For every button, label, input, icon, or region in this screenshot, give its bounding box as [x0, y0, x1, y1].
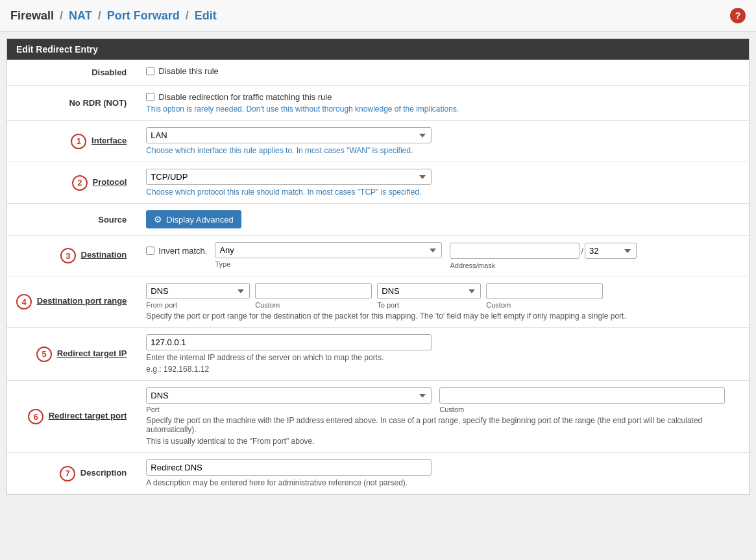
- step-badge-6: 6: [28, 409, 43, 424]
- from-port-label: From port: [146, 301, 250, 309]
- breadcrumb-sep3: /: [186, 9, 189, 22]
- no-rdr-info: This option is rarely needed. Don't use …: [146, 104, 740, 114]
- no-rdr-label: No RDR (NOT): [7, 86, 137, 121]
- destination-type-select[interactable]: Any Single host or alias Network LAN sub…: [215, 242, 442, 258]
- from-custom-col: Custom: [255, 283, 372, 309]
- no-rdr-checkbox-label: Disable redirection for traffic matching…: [158, 92, 332, 102]
- redirect-port-label: Port: [146, 406, 432, 413]
- interface-select[interactable]: LAN WAN OPT1: [146, 127, 432, 143]
- invert-check: Invert match.: [146, 246, 207, 256]
- redirect-port-select[interactable]: DNS HTTP HTTPS Custom: [146, 387, 432, 404]
- redirect-ip-example: e.g.: 192.168.1.12: [146, 365, 740, 374]
- interface-info: Choose which interface this rule applies…: [146, 146, 740, 155]
- slash-separator: /: [579, 242, 585, 260]
- protocol-content: TCP/UDP TCP UDP ICMP Any Choose which pr…: [137, 162, 749, 204]
- destination-content: Invert match. Any Single host or alias N…: [137, 236, 749, 276]
- redirect-port-select-col: DNS HTTP HTTPS Custom Port: [146, 387, 432, 413]
- breadcrumb-portforward-link[interactable]: Port Forward: [107, 9, 180, 22]
- gear-icon: ⚙: [154, 214, 162, 225]
- breadcrumb-bar: Firewall / NAT / Port Forward / Edit ?: [0, 0, 756, 32]
- help-icon[interactable]: ?: [730, 8, 746, 23]
- redirect-ip-info: Enter the internal IP address of the ser…: [146, 353, 740, 362]
- interface-content: LAN WAN OPT1 Choose which interface this…: [137, 121, 749, 162]
- no-rdr-checkbox[interactable]: [146, 93, 154, 101]
- description-content: A description may be entered here for ad…: [137, 453, 749, 494]
- source-row: Source ⚙ Display Advanced: [7, 204, 749, 236]
- breadcrumb-sep1: /: [60, 9, 63, 22]
- redirect-target-ip-input[interactable]: [146, 334, 432, 350]
- from-custom-label: Custom: [255, 301, 372, 309]
- redirect-target-ip-label: Redirect target IP: [57, 348, 127, 358]
- protocol-label-cell: 2 Protocol: [7, 162, 137, 204]
- breadcrumb-edit-link[interactable]: Edit: [195, 9, 217, 22]
- dest-port-range-label: Destination port range: [37, 296, 127, 306]
- breadcrumb-sep2: /: [98, 9, 101, 22]
- redirect-target-ip-content: Enter the internal IP address of the ser…: [137, 328, 749, 381]
- destination-row: 3 Destination Invert match. Any Single h…: [7, 236, 749, 276]
- destination-address-col: / 32 24 16 Address/mask: [450, 242, 637, 269]
- no-rdr-checkbox-row: Disable redirection for traffic matching…: [146, 92, 740, 102]
- interface-label-cell: 1 Interface: [7, 121, 137, 162]
- form-table: Disabled Disable this rule No RDR (NOT) …: [7, 60, 749, 494]
- redirect-target-port-content: DNS HTTP HTTPS Custom Port Custom Specif…: [137, 381, 749, 453]
- disabled-row: Disabled Disable this rule: [7, 60, 749, 86]
- edit-redirect-panel: Edit Redirect Entry Disabled Disable thi…: [6, 38, 750, 495]
- disabled-checkbox-row: Disable this rule: [146, 66, 740, 76]
- to-custom-col: Custom: [486, 283, 603, 309]
- port-range-inner-row: DNS HTTP HTTPS Custom From port Custom: [146, 283, 740, 309]
- display-advanced-label: Display Advanced: [166, 215, 233, 225]
- description-label: Description: [80, 468, 127, 478]
- step-badge-2: 2: [72, 175, 88, 191]
- protocol-info: Choose which protocol this rule should m…: [146, 188, 740, 197]
- destination-address-input[interactable]: [450, 243, 579, 259]
- redirect-port-inner-row: DNS HTTP HTTPS Custom Port Custom: [146, 387, 740, 413]
- to-port-select[interactable]: DNS HTTP HTTPS Custom: [377, 283, 481, 299]
- protocol-label: Protocol: [93, 177, 127, 187]
- from-port-select[interactable]: DNS HTTP HTTPS Custom: [146, 283, 250, 299]
- invert-match-checkbox[interactable]: [146, 247, 154, 255]
- protocol-row: 2 Protocol TCP/UDP TCP UDP ICMP Any Choo…: [7, 162, 749, 204]
- description-input[interactable]: [146, 459, 432, 476]
- redirect-target-port-row: 6 Redirect target port DNS HTTP HTTPS Cu…: [7, 381, 749, 453]
- redirect-target-ip-label-cell: 5 Redirect target IP: [7, 328, 137, 381]
- redirect-custom-col: Custom: [439, 387, 725, 413]
- from-custom-input[interactable]: [255, 283, 372, 299]
- display-advanced-button[interactable]: ⚙ Display Advanced: [146, 210, 241, 228]
- to-port-label: To port: [377, 301, 481, 309]
- to-custom-input[interactable]: [486, 283, 603, 299]
- interface-label: Interface: [91, 136, 127, 145]
- disabled-content: Disable this rule: [137, 60, 749, 86]
- redirect-target-port-label-cell: 6 Redirect target port: [7, 381, 137, 453]
- disabled-label: Disabled: [7, 60, 137, 86]
- description-row: 7 Description A description may be enter…: [7, 453, 749, 494]
- dest-port-info: Specify the port or port range for the d…: [146, 311, 740, 321]
- redirect-port-info2: This is usually identical to the "From p…: [146, 437, 740, 446]
- source-label: Source: [7, 204, 137, 236]
- destination-inner-row: Invert match. Any Single host or alias N…: [146, 242, 740, 269]
- destination-type-label: Type: [215, 260, 442, 268]
- redirect-target-ip-row: 5 Redirect target IP Enter the internal …: [7, 328, 749, 381]
- redirect-port-info1: Specify the port on the machine with the…: [146, 416, 740, 434]
- destination-mask-select[interactable]: 32 24 16: [585, 243, 637, 259]
- redirect-custom-input[interactable]: [439, 387, 725, 404]
- protocol-select[interactable]: TCP/UDP TCP UDP ICMP Any: [146, 169, 432, 185]
- panel-header: Edit Redirect Entry: [7, 39, 749, 60]
- destination-label: Destination: [81, 250, 127, 260]
- disabled-checkbox[interactable]: [146, 67, 154, 75]
- interface-row: 1 Interface LAN WAN OPT1 Choose which in…: [7, 121, 749, 162]
- step-badge-1: 1: [71, 134, 86, 149]
- destination-label-cell: 3 Destination: [7, 236, 137, 276]
- no-rdr-row: No RDR (NOT) Disable redirection for tra…: [7, 86, 749, 121]
- breadcrumb: Firewall / NAT / Port Forward / Edit: [10, 9, 217, 23]
- dest-port-range-row: 4 Destination port range DNS HTTP HTTPS …: [7, 276, 749, 328]
- invert-match-label: Invert match.: [158, 246, 207, 256]
- description-label-cell: 7 Description: [7, 453, 137, 494]
- disabled-checkbox-label: Disable this rule: [158, 66, 219, 76]
- no-rdr-content: Disable redirection for traffic matching…: [137, 86, 749, 121]
- redirect-custom-label: Custom: [439, 406, 725, 413]
- from-port-col: DNS HTTP HTTPS Custom From port: [146, 283, 250, 309]
- breadcrumb-nat-link[interactable]: NAT: [69, 9, 92, 22]
- dest-port-range-content: DNS HTTP HTTPS Custom From port Custom: [137, 276, 749, 328]
- step-badge-7: 7: [60, 466, 75, 481]
- addr-mask-group: / 32 24 16: [450, 242, 637, 260]
